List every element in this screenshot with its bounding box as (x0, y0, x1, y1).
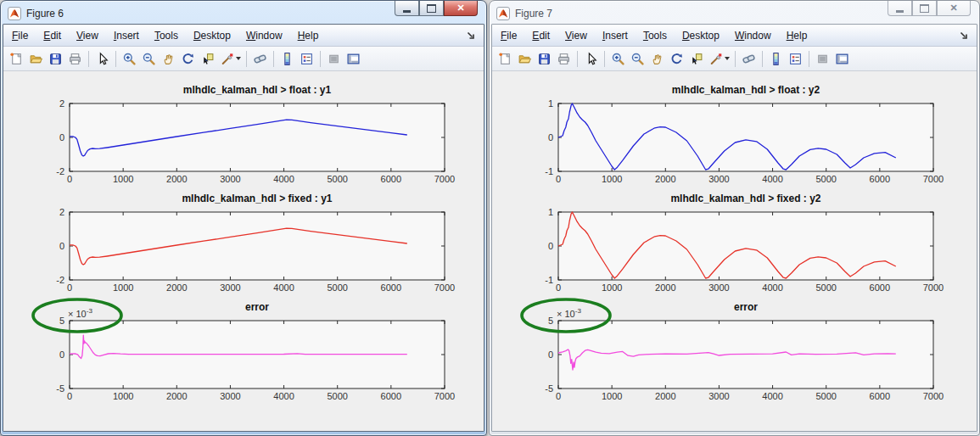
dock-figure-arrow-icon[interactable] (959, 29, 969, 39)
pan-button[interactable] (647, 49, 667, 69)
menu-item-insert[interactable]: Insert (114, 30, 139, 42)
save-figure-button[interactable] (535, 49, 554, 69)
x-tick-label: 0 (556, 282, 561, 293)
x-tick-label: 5000 (327, 391, 347, 401)
menu-item-tools[interactable]: Tools (154, 30, 178, 42)
close-button[interactable]: ✕ (937, 1, 971, 16)
menu-item-view[interactable]: View (76, 30, 98, 42)
window-controls: ✕ (395, 1, 478, 16)
close-icon: ✕ (949, 3, 957, 13)
brush-data-button[interactable] (217, 49, 243, 69)
exponent-label: × 10-3 (557, 307, 581, 319)
y-tick-label: 0 (548, 132, 553, 143)
zoom-out-button[interactable] (139, 49, 159, 69)
x-tick-label: 1000 (602, 391, 622, 401)
menu-item-help[interactable]: Help (298, 30, 319, 42)
edit-plot-button[interactable] (581, 49, 601, 69)
rotate-3d-button[interactable] (178, 49, 198, 69)
x-tick-label: 1000 (113, 391, 133, 401)
link-chain-icon (742, 52, 756, 66)
data-cursor-button[interactable] (686, 49, 706, 69)
menu-item-desktop[interactable]: Desktop (193, 30, 231, 42)
print-button[interactable] (554, 49, 574, 69)
menu-item-insert[interactable]: Insert (602, 30, 628, 42)
insert-legend-button[interactable] (786, 49, 805, 69)
edit-plot-button[interactable] (92, 49, 112, 69)
insert-legend-button[interactable] (297, 49, 316, 69)
menu-item-window[interactable]: Window (735, 30, 771, 42)
hide-plot-tools-icon (327, 52, 341, 66)
hide-plot-tools-button[interactable] (813, 49, 832, 69)
window-title: Figure 7 (515, 8, 552, 20)
brush-data-button[interactable] (706, 49, 731, 69)
print-button[interactable] (65, 49, 85, 69)
menu-item-window[interactable]: Window (246, 30, 283, 42)
printer-icon (557, 52, 571, 66)
menu-item-view[interactable]: View (565, 30, 587, 42)
menu-item-edit[interactable]: Edit (43, 30, 61, 42)
save-figure-button[interactable] (46, 49, 65, 69)
y-tick-label: 2 (59, 207, 64, 217)
data-cursor-button[interactable] (198, 49, 217, 69)
chart-title: mlhdlc_kalman_hdl > float : y2 (672, 84, 820, 96)
close-button[interactable]: ✕ (444, 1, 478, 16)
window-body: FileEditViewInsertToolsDesktopWindowHelp (3, 24, 484, 432)
restore-button[interactable] (912, 1, 937, 16)
y-tick-label: -2 (56, 166, 64, 176)
minimize-button[interactable] (888, 1, 912, 16)
new-figure-button[interactable] (7, 49, 26, 69)
rotate-3d-icon (669, 52, 684, 66)
hide-plot-tools-button[interactable] (324, 49, 344, 69)
close-icon: ✕ (456, 3, 464, 13)
zoom-out-icon (630, 52, 645, 66)
printer-icon (68, 52, 82, 66)
menu-item-file[interactable]: File (12, 30, 28, 42)
y-tick-label: 0 (59, 132, 64, 143)
link-plots-button[interactable] (739, 49, 759, 69)
titlebar[interactable]: Figure 7 ✕ (491, 3, 977, 24)
zoom-out-button[interactable] (628, 49, 647, 69)
insert-colorbar-button[interactable] (766, 49, 786, 69)
zoom-in-button[interactable] (120, 49, 139, 69)
titlebar[interactable]: Figure 6 ✕ (3, 3, 484, 24)
x-tick-label: 5000 (327, 282, 347, 293)
x-tick-label: 6000 (381, 174, 401, 184)
menu-item-tools[interactable]: Tools (643, 30, 667, 42)
menu-item-file[interactable]: File (501, 30, 517, 42)
dock-figure-arrow-icon[interactable] (466, 29, 476, 39)
x-tick-label: 2000 (655, 174, 675, 184)
restore-button[interactable] (419, 1, 444, 16)
x-tick-label: 4000 (273, 282, 294, 293)
insert-colorbar-button[interactable] (277, 49, 297, 69)
link-plots-button[interactable] (250, 49, 270, 69)
exponent-label: × 10-3 (68, 307, 92, 319)
new-figure-button[interactable] (496, 49, 515, 69)
show-plot-tools-button[interactable] (832, 49, 852, 69)
x-tick-label: 3000 (708, 282, 729, 293)
toolbar-separator (762, 51, 763, 67)
chart-error: 0100020003000400050006000700050-5error× … (6, 297, 481, 405)
brush-icon (708, 52, 723, 66)
toolbar-separator (115, 51, 116, 67)
open-file-button[interactable] (26, 49, 46, 69)
toolbar-separator (273, 51, 274, 67)
open-file-button[interactable] (515, 49, 535, 69)
x-tick-label: 7000 (923, 391, 944, 401)
menu-item-edit[interactable]: Edit (532, 30, 550, 42)
minimize-button[interactable] (395, 1, 419, 16)
open-folder-icon (29, 52, 43, 66)
floppy-disk-icon (537, 52, 552, 66)
y-tick-label: -5 (56, 383, 64, 394)
rotate-3d-button[interactable] (667, 49, 686, 69)
brush-dropdown-icon[interactable] (725, 57, 730, 60)
menu-item-help[interactable]: Help (787, 30, 808, 42)
brush-dropdown-icon[interactable] (236, 57, 241, 60)
menu-item-desktop[interactable]: Desktop (682, 30, 720, 42)
x-tick-label: 3000 (708, 391, 729, 401)
x-tick-label: 5000 (327, 174, 347, 184)
zoom-in-button[interactable] (608, 49, 628, 69)
pan-button[interactable] (159, 49, 178, 69)
zoom-out-icon (142, 52, 156, 66)
x-tick-label: 4000 (762, 282, 782, 293)
show-plot-tools-button[interactable] (344, 49, 363, 69)
